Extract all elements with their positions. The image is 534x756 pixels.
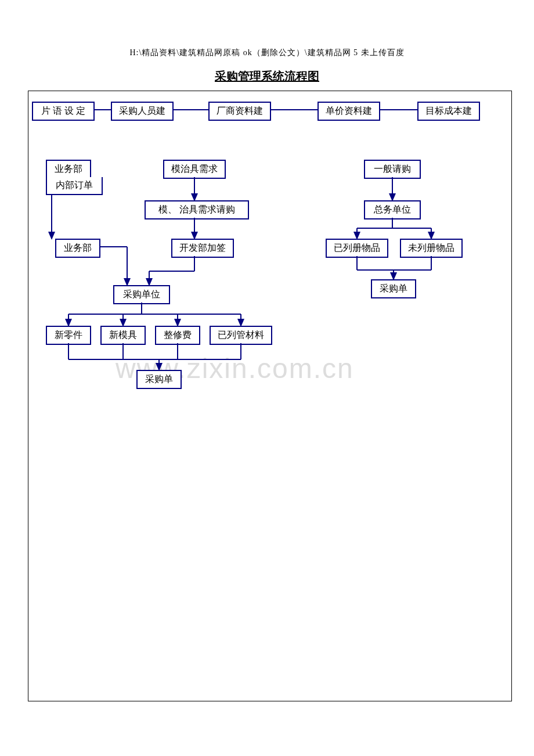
node-target-cost: 目标成本建 — [417, 102, 480, 121]
file-path: H:\精品资料\建筑精品网原稿 ok（删除公文）\建筑精品网 5 未上传百度 — [0, 48, 534, 58]
node-mold-fixture-demand: 模治具需求 — [163, 160, 226, 179]
node-new-mold: 新模具 — [100, 326, 146, 345]
node-vendor-data: 厂商资料建 — [208, 102, 271, 121]
node-phrase-setting: 片 语 设 定 — [32, 102, 95, 121]
node-general-affairs: 总务单位 — [364, 200, 421, 219]
node-unlisted-items: 未列册物品 — [400, 239, 463, 258]
node-purchase-order-b: 采购单 — [136, 370, 182, 389]
node-purchase-unit: 采购单位 — [113, 285, 170, 304]
node-purchaser-setup: 采购人员建 — [111, 102, 174, 121]
node-unit-price-data: 单价资料建 — [317, 102, 380, 121]
node-repair-fee: 整修费 — [155, 326, 200, 345]
node-listed-items: 已列册物品 — [326, 239, 388, 258]
node-business-dept-2: 业务部 — [55, 239, 100, 258]
node-new-parts: 新零件 — [46, 326, 91, 345]
node-internal-order: 内部订单 — [46, 177, 103, 195]
node-general-request: 一般请购 — [364, 160, 421, 179]
node-dev-countersign: 开发部加签 — [171, 239, 234, 258]
node-mold-fixture-request: 模、 治具需求请购 — [145, 200, 249, 219]
node-business-dept-1: 业务部 — [46, 160, 91, 179]
node-controlled-material: 已列管材料 — [210, 326, 272, 345]
diagram-canvas: www.zixin.com.cn 片 语 设 定 采购人员建 厂商资料建 单价资… — [28, 91, 511, 701]
page-title: 采购管理系统流程图 — [0, 69, 534, 84]
node-purchase-order-r: 采购单 — [371, 279, 416, 298]
diagram-frame: www.zixin.com.cn 片 语 设 定 采购人员建 厂商资料建 单价资… — [28, 91, 512, 701]
